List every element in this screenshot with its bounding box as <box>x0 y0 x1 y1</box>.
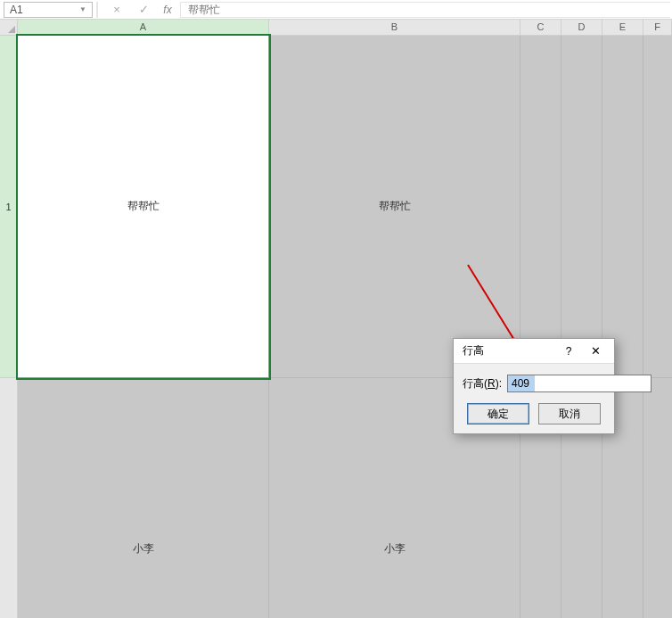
dialog-close-button[interactable]: ✕ <box>582 344 609 358</box>
name-box-value: A1 <box>10 4 78 16</box>
row-header-2[interactable] <box>0 378 17 618</box>
column-header-b[interactable]: B <box>269 20 520 35</box>
cell-a2[interactable]: 小李 <box>18 378 269 618</box>
formula-bar: A1 ▼ × ✓ fx 帮帮忙 <box>0 0 672 20</box>
row-header-1[interactable]: 1 <box>0 36 17 378</box>
cell-e1[interactable] <box>602 36 643 378</box>
dialog-titlebar[interactable]: 行高 ? ✕ <box>454 339 614 364</box>
dialog-help-button[interactable]: ? <box>555 345 582 358</box>
dialog-buttons: 确定 取消 <box>463 403 605 424</box>
fx-icon[interactable]: fx <box>159 4 176 16</box>
dialog-title: 行高 <box>463 343 555 358</box>
formula-editor[interactable]: 帮帮忙 <box>180 2 670 18</box>
column-headers: A B C D E F <box>18 20 672 36</box>
column-header-a[interactable]: A <box>18 20 269 35</box>
row-height-input[interactable] <box>507 375 652 392</box>
cell-c1[interactable] <box>520 36 561 378</box>
select-all-button[interactable] <box>0 20 18 36</box>
cell-f2[interactable] <box>643 378 672 618</box>
cell-f1[interactable] <box>643 36 672 378</box>
column-header-f[interactable]: F <box>643 20 672 35</box>
dialog-body: 行高(R): 确定 取消 <box>454 364 614 433</box>
row-height-field-row: 行高(R): <box>463 375 605 392</box>
column-header-e[interactable]: E <box>602 20 643 35</box>
cell-b1[interactable]: 帮帮忙 <box>269 36 520 378</box>
ok-button[interactable]: 确定 <box>467 403 529 424</box>
row-headers: 1 <box>0 36 18 618</box>
separator <box>96 2 98 18</box>
cell-d1[interactable] <box>561 36 602 378</box>
cancel-button[interactable]: 取消 <box>538 403 601 424</box>
cancel-icon[interactable]: × <box>105 2 128 18</box>
cell-a1[interactable]: 帮帮忙 <box>18 36 269 378</box>
spreadsheet-grid: A B C D E F 1 帮帮忙 帮帮忙 小李 小李 行高 ? ✕ <box>0 20 672 618</box>
confirm-icon[interactable]: ✓ <box>132 2 155 18</box>
row-height-dialog: 行高 ? ✕ 行高(R): 确定 取消 <box>453 338 615 434</box>
column-header-d[interactable]: D <box>561 20 602 35</box>
row-height-label: 行高(R): <box>463 376 502 391</box>
column-header-c[interactable]: C <box>520 20 561 35</box>
dropdown-arrow-icon: ▼ <box>79 5 86 13</box>
name-box[interactable]: A1 ▼ <box>4 2 93 18</box>
cells-area[interactable]: 帮帮忙 帮帮忙 小李 小李 <box>18 36 672 618</box>
